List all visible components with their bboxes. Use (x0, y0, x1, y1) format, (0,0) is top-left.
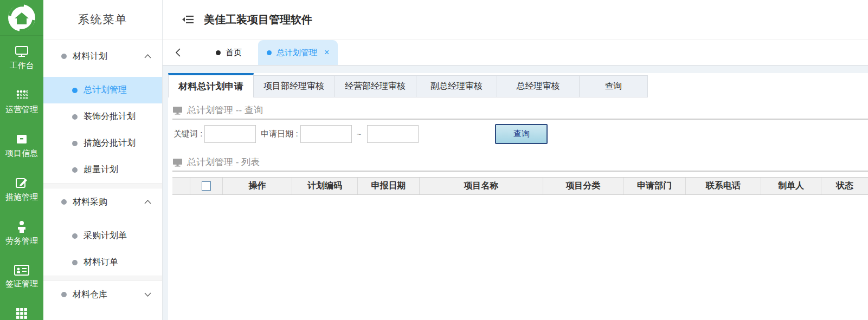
rail-item-label: 措施管理 (5, 192, 38, 203)
menu-item-material-order[interactable]: 材料订单 (43, 249, 162, 276)
table-col-status: 状态 (821, 178, 868, 194)
table-body-empty (168, 195, 868, 320)
menu-item-decoration-batch-plan[interactable]: 装饰分批计划 (43, 103, 162, 130)
keyword-label: 关键词 : (173, 129, 202, 139)
recycle-house-logo-icon (8, 4, 36, 32)
archive-box-icon (15, 133, 28, 146)
tab-query[interactable]: 查询 (579, 75, 648, 97)
menu-item-label: 装饰分批计划 (83, 111, 136, 122)
menu-item-label: 超量计划 (83, 164, 118, 175)
keyword-input[interactable] (204, 125, 256, 143)
search-button[interactable]: 查询 (495, 124, 548, 144)
bullet-icon (72, 167, 78, 173)
page-tab-bar: 首页 总计划管理 × (163, 40, 868, 66)
tab-close-icon[interactable]: × (324, 48, 329, 57)
menu-item-label: 措施分批计划 (83, 138, 136, 149)
tab-material-master-plan-apply[interactable]: 材料总计划申请 (168, 73, 254, 97)
monitor-icon (15, 45, 29, 58)
rail-item-label: 签证管理 (5, 279, 38, 289)
date-to-input[interactable] (367, 125, 419, 143)
list-section-title: 总计划管理 - 列表 (187, 156, 260, 168)
menu-item-label: 材料计划 (73, 51, 107, 62)
chevron-left-icon (175, 48, 181, 57)
menu-separator (43, 183, 162, 188)
tab-general-manager-review[interactable]: 总经理审核 (497, 75, 580, 97)
menu-item-measure-batch-plan[interactable]: 措施分批计划 (43, 130, 162, 156)
table-col-project-category: 项目分类 (543, 178, 623, 194)
rail-item-label: 工作台 (10, 61, 34, 71)
tab-operations-dept-manager-review[interactable]: 经营部经理审核 (334, 75, 416, 97)
page-tab-label: 总计划管理 (277, 48, 317, 58)
top-header: 美佳工装项目管理软件 (163, 0, 868, 40)
table-col-apply-dept: 申请部门 (623, 178, 685, 194)
date-from-input[interactable] (300, 125, 352, 143)
monitor-icon (172, 106, 183, 115)
table-col-contact-phone: 联系电话 (685, 178, 761, 194)
rail-item-more[interactable] (0, 307, 43, 320)
apps-dots-icon (15, 89, 28, 102)
tab-scroll-left-button[interactable] (171, 46, 184, 59)
tab-project-dept-manager-review[interactable]: 项目部经理审核 (253, 75, 335, 97)
content-panel: 材料总计划申请 项目部经理审核 经营部经理审核 副总经理审核 总经理审核 查询 … (168, 73, 868, 320)
menu-group-material-plan[interactable]: 材料计划 (43, 43, 162, 70)
chevron-up-icon (144, 200, 151, 204)
table-col-creator: 制单人 (761, 178, 821, 194)
tab-deputy-general-manager-review[interactable]: 副总经理审核 (416, 75, 497, 97)
menu-item-label: 采购计划单 (83, 230, 127, 241)
select-all-checkbox[interactable] (202, 181, 211, 191)
table-col-plan-code: 计划编码 (292, 178, 357, 194)
menu-item-purchase-plan-order[interactable]: 采购计划单 (43, 223, 162, 249)
date-range-separator: ~ (357, 129, 362, 139)
table-col-actions: 操作 (222, 178, 292, 194)
person-icon (16, 220, 28, 233)
menu-item-master-plan-mgmt[interactable]: 总计划管理 (43, 77, 162, 103)
app-logo[interactable] (0, 0, 43, 36)
icon-rail: 工作台 运营管理 项目信息 (0, 0, 43, 320)
apply-date-label: 申请日期 : (261, 129, 298, 139)
menu-item-label: 材料仓库 (73, 289, 107, 301)
tab-dot-icon (216, 50, 221, 55)
bullet-icon (72, 141, 78, 146)
page-tab-home[interactable]: 首页 (204, 40, 254, 65)
menu-group-material-warehouse[interactable]: 材料仓库 (43, 281, 162, 308)
menu-fold-icon[interactable] (182, 14, 195, 25)
bullet-icon (72, 233, 78, 239)
app-window: 工作台 运营管理 项目信息 (0, 0, 868, 320)
rail-item-labor[interactable]: 劳务管理 (0, 220, 43, 246)
table-header-row: 操作 计划编码 申报日期 项目名称 项目分类 申请部门 联系电话 制单人 状态 (172, 177, 868, 195)
bullet-icon (61, 54, 67, 59)
bullet-icon (72, 260, 78, 265)
bullet-icon (61, 292, 67, 297)
menu-title: 系统菜单 (43, 0, 162, 40)
menu-group-material-purchase[interactable]: 材料采购 (43, 188, 162, 215)
rail-nav: 工作台 运营管理 项目信息 (0, 36, 43, 320)
menu-separator (43, 276, 162, 281)
bullet-icon (72, 114, 78, 120)
rail-item-label: 项目信息 (5, 148, 38, 159)
grid-icon (15, 307, 28, 320)
query-form: 关键词 : 申请日期 : ~ 查询 (168, 120, 868, 149)
content-area: 材料总计划申请 项目部经理审核 经营部经理审核 副总经理审核 总经理审核 查询 … (163, 66, 868, 320)
rail-item-visa[interactable]: 签证管理 (0, 264, 43, 289)
page-tab-master-plan-mgmt[interactable]: 总计划管理 × (258, 40, 338, 65)
system-menu-panel: 系统菜单 材料计划 总计划管理 装饰分批计划 措施分批计划 超量计划 材料采 (43, 0, 163, 320)
chevron-up-icon (144, 54, 151, 58)
menu-item-excess-plan[interactable]: 超量计划 (43, 156, 162, 183)
table-col-spacer (172, 178, 190, 194)
rail-item-operations[interactable]: 运营管理 (0, 89, 43, 115)
edit-icon (15, 177, 28, 190)
rail-item-workbench[interactable]: 工作台 (0, 45, 43, 71)
table-col-select (190, 178, 222, 194)
workflow-tabs: 材料总计划申请 项目部经理审核 经营部经理审核 副总经理审核 总经理审核 查询 (168, 73, 868, 97)
table-col-project-name: 项目名称 (419, 178, 543, 194)
menu-item-label: 材料采购 (73, 197, 107, 208)
tab-dot-icon (267, 50, 272, 55)
rail-item-label: 劳务管理 (5, 236, 38, 246)
app-title: 美佳工装项目管理软件 (204, 12, 312, 27)
main-region: 美佳工装项目管理软件 首页 总计划管理 × 材料总计划申请 (163, 0, 868, 320)
rail-item-project-info[interactable]: 项目信息 (0, 133, 43, 159)
rail-item-label: 运营管理 (5, 105, 38, 115)
rail-item-measures[interactable]: 措施管理 (0, 177, 43, 203)
bullet-icon (72, 88, 78, 93)
bullet-icon (61, 199, 67, 205)
